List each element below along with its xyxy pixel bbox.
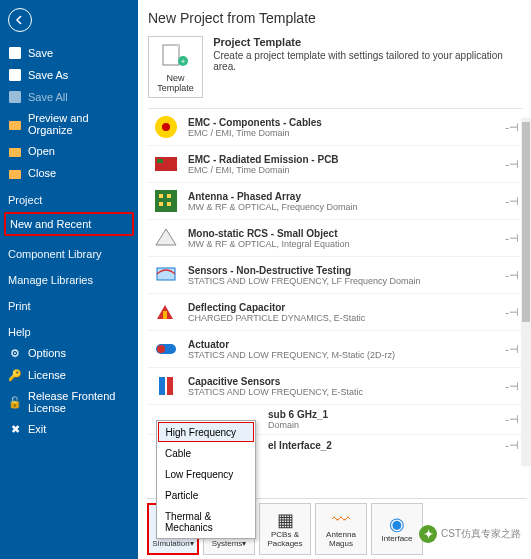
svg-rect-11 (159, 202, 163, 206)
template-row[interactable]: ActuatorSTATICS AND LOW FREQUENCY, M-Sta… (148, 331, 523, 368)
row-sub: STATICS AND LOW FREQUENCY, E-Static (188, 387, 493, 397)
watermark-text: CST仿真专家之路 (441, 527, 521, 541)
svg-text:+: + (180, 57, 185, 66)
row-sub: STATICS AND LOW FREQUENCY, LF Frequency … (188, 276, 493, 286)
row-title: Actuator (188, 339, 493, 350)
menu-label: License (28, 369, 66, 381)
scrollbar[interactable] (521, 118, 531, 466)
menu-new-recent[interactable]: New and Recent (6, 214, 132, 234)
template-description: Project Template Create a project templa… (213, 36, 523, 98)
template-row[interactable]: Deflecting CapacitorCHARGED PARTICLE DYN… (148, 294, 523, 331)
options-icon: ⚙ (8, 346, 22, 360)
menu-label: Preview and Organize (28, 112, 130, 136)
template-row[interactable]: EMC - Components - CablesEMC / EMI, Time… (148, 109, 523, 146)
row-title: Capacitive Sensors (188, 376, 493, 387)
svg-rect-17 (159, 377, 165, 395)
row-title: Mono-static RCS - Small Object (188, 228, 493, 239)
heading-project: Project (0, 184, 138, 210)
menu-exit[interactable]: ✖Exit (0, 418, 138, 440)
menu-release-license[interactable]: 🔓Release Frontend License (0, 386, 138, 418)
template-row[interactable]: Sensors - Non-Destructive TestingSTATICS… (148, 257, 523, 294)
row-title: Antenna - Phased Array (188, 191, 493, 202)
template-icon (152, 224, 180, 252)
file-menu-sidebar: Save Save As Save All Preview and Organi… (0, 0, 138, 559)
template-icon (152, 150, 180, 178)
row-title: EMC - Radiated Emission - PCB (188, 154, 493, 165)
svg-rect-12 (167, 202, 171, 206)
menu-label: Release Frontend License (28, 390, 130, 414)
pin-icon[interactable]: -⊣ (501, 439, 519, 452)
dropdown-item-high-frequency[interactable]: High Frequency (158, 422, 254, 442)
pin-icon[interactable]: -⊣ (501, 306, 519, 319)
template-icon (152, 113, 180, 141)
new-template-button[interactable]: + New Template (148, 36, 203, 98)
row-sub: MW & RF & OPTICAL, Frequency Domain (188, 202, 493, 212)
btn-pcbs-packages[interactable]: ▦PCBs & Packages (259, 503, 311, 555)
btn-label: Interface (381, 534, 412, 543)
menu-preview-organize[interactable]: Preview and Organize (0, 108, 138, 140)
svg-rect-8 (155, 190, 177, 212)
template-row[interactable]: Antenna - Phased ArrayMW & RF & OPTICAL,… (148, 183, 523, 220)
svg-rect-18 (167, 377, 173, 395)
menu-save-all[interactable]: Save All (0, 86, 138, 108)
dropdown-item-cable[interactable]: Cable (157, 443, 255, 464)
menu-close[interactable]: Close (0, 162, 138, 184)
menu-save[interactable]: Save (0, 42, 138, 64)
menu-manage-libraries[interactable]: Manage Libraries (0, 264, 138, 290)
row-title: EMC - Components - Cables (188, 117, 493, 128)
pt-desc: Create a project template with settings … (213, 50, 523, 72)
menu-options[interactable]: ⚙Options (0, 342, 138, 364)
heading-print[interactable]: Print (0, 290, 138, 316)
heading-help[interactable]: Help (0, 316, 138, 342)
menu-label: Save (28, 47, 53, 59)
btn-label: PCBs & Packages (260, 530, 310, 548)
exit-icon: ✖ (8, 422, 22, 436)
row-title: el Interface_2 (268, 440, 493, 451)
back-button[interactable] (8, 8, 32, 32)
pin-icon[interactable]: -⊣ (501, 380, 519, 393)
simulation-type-dropdown: High Frequency Cable Low Frequency Parti… (156, 420, 256, 539)
menu-label: Open (28, 145, 55, 157)
pin-icon[interactable]: -⊣ (501, 121, 519, 134)
menu-label: Exit (28, 423, 46, 435)
save-icon (8, 46, 22, 60)
menu-save-as[interactable]: Save As (0, 64, 138, 86)
row-title: Sensors - Non-Destructive Testing (188, 265, 493, 276)
menu-label: New and Recent (10, 218, 91, 230)
page-title: New Project from Template (148, 10, 523, 26)
close-icon (8, 166, 22, 180)
highlight-new-recent: New and Recent (4, 212, 134, 236)
menu-component-library[interactable]: Component Library (0, 238, 138, 264)
pin-icon[interactable]: -⊣ (501, 413, 519, 426)
menu-license[interactable]: 🔑License (0, 364, 138, 386)
menu-label: Options (28, 347, 66, 359)
dropdown-item-low-frequency[interactable]: Low Frequency (157, 464, 255, 485)
dropdown-item-thermal[interactable]: Thermal & Mechanics (157, 506, 255, 538)
watermark: ✦ CST仿真专家之路 (419, 525, 521, 543)
pin-icon[interactable]: -⊣ (501, 269, 519, 282)
template-row[interactable]: Capacitive SensorsSTATICS AND LOW FREQUE… (148, 368, 523, 405)
template-list: EMC - Components - CablesEMC / EMI, Time… (148, 108, 523, 456)
new-template-icon: + (156, 41, 196, 71)
wechat-icon: ✦ (419, 525, 437, 543)
btn-interface[interactable]: ◉Interface (371, 503, 423, 555)
row-title: Deflecting Capacitor (188, 302, 493, 313)
pin-icon[interactable]: -⊣ (501, 195, 519, 208)
svg-point-5 (162, 123, 170, 131)
dropdown-item-particle[interactable]: Particle (157, 485, 255, 506)
template-icon (152, 372, 180, 400)
pin-icon[interactable]: -⊣ (501, 232, 519, 245)
row-sub: STATICS AND LOW FREQUENCY, M-Static (2D-… (188, 350, 493, 360)
pin-icon[interactable]: -⊣ (501, 343, 519, 356)
template-row[interactable]: EMC - Radiated Emission - PCBEMC / EMI, … (148, 146, 523, 183)
svg-point-16 (157, 345, 165, 353)
template-icon (152, 335, 180, 363)
pin-icon[interactable]: -⊣ (501, 158, 519, 171)
menu-open[interactable]: Open (0, 140, 138, 162)
save-all-icon (8, 90, 22, 104)
preview-icon (8, 117, 22, 131)
scrollbar-thumb[interactable] (522, 122, 530, 322)
btn-antenna-magus[interactable]: 〰Antenna Magus (315, 503, 367, 555)
row-sub: MW & RF & OPTICAL, Integral Equation (188, 239, 493, 249)
template-row[interactable]: Mono-static RCS - Small ObjectMW & RF & … (148, 220, 523, 257)
